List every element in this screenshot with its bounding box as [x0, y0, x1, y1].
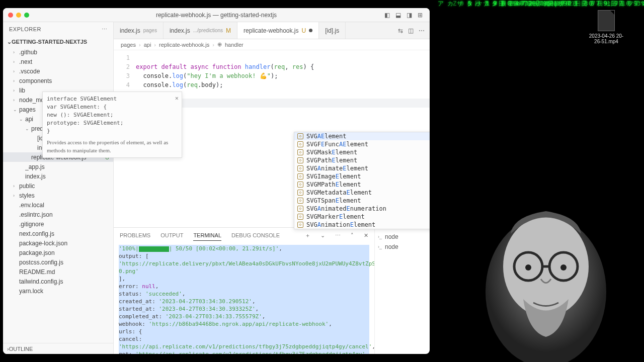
- chevron-right-icon: ›: [154, 42, 156, 48]
- project-header[interactable]: ⌄ GETTING-STARTED-NEXTJS: [3, 36, 113, 47]
- symbol-interface-icon: ◇: [297, 157, 303, 163]
- panel-tabs: PROBLEMSOUTPUTTERMINALDEBUG CONSOLE ＋ ⌄ …: [114, 228, 374, 243]
- suggestion-label: SVGPathElement: [306, 157, 357, 164]
- tree-label: .next: [19, 58, 113, 65]
- file-item[interactable]: .gitignore: [3, 219, 113, 229]
- file-item[interactable]: postcss.config.js: [3, 257, 113, 267]
- compare-changes-icon[interactable]: ⇆: [398, 27, 403, 34]
- maximize-panel-icon[interactable]: ˄: [351, 232, 354, 239]
- suggestion-item[interactable]: ◇SVGAnimateElement: [294, 164, 430, 172]
- suggestion-label: SVGFEFuncAElement: [306, 141, 368, 148]
- tab-more-icon[interactable]: ⋯: [419, 27, 425, 34]
- panel-tab[interactable]: TERMINAL: [193, 230, 221, 241]
- terminal-name: node: [385, 233, 398, 240]
- suggestion-item[interactable]: ◇SVGFEFuncAElement: [294, 140, 430, 148]
- panel-tab[interactable]: OUTPUT: [160, 230, 183, 240]
- suggestion-label: SVGAnimateElement: [306, 165, 368, 172]
- breadcrumb[interactable]: pages›api›replicate-webhook.js›⊕ handler: [114, 39, 430, 50]
- file-item[interactable]: package.json: [3, 248, 113, 257]
- terminal-output[interactable]: '100%|| 50/50 [00:02<00:00, 21.29it/s]',…: [114, 243, 374, 354]
- titlebar[interactable]: replicate-webhook.js — getting-started-n…: [3, 8, 430, 22]
- close-window-button[interactable]: [8, 13, 13, 18]
- folder-item[interactable]: ›public: [3, 181, 113, 191]
- tree-label: next.config.js: [19, 230, 113, 237]
- maximize-window-button[interactable]: [24, 13, 29, 18]
- file-item[interactable]: package-lock.json: [3, 238, 113, 248]
- editor-tab[interactable]: replicate-webhook.jsU: [237, 22, 319, 39]
- breadcrumb-item[interactable]: handler: [225, 42, 244, 48]
- close-panel-icon[interactable]: ✕: [364, 232, 368, 239]
- intellisense-popup[interactable]: ◇SVGAElement◇SVGFEFuncAElement◇SVGMaskEl…: [294, 132, 430, 229]
- file-item[interactable]: .env.local: [3, 200, 113, 210]
- layout-panel-bottom-icon[interactable]: ⬓: [395, 12, 403, 19]
- tree-label: postcss.config.js: [19, 259, 113, 266]
- vscode-window: replicate-webhook.js — getting-started-n…: [3, 8, 430, 354]
- symbol-interface-icon: ◇: [297, 222, 303, 228]
- layout-panel-left-icon[interactable]: ◧: [384, 12, 391, 19]
- terminal-icon: ›_: [378, 234, 382, 239]
- file-item[interactable]: .eslintrc.json: [3, 210, 113, 219]
- split-editor-icon[interactable]: ◫: [408, 27, 414, 34]
- unsaved-indicator-icon: [309, 29, 312, 32]
- explorer-title: EXPLORER: [9, 26, 41, 32]
- close-icon[interactable]: ✕: [175, 94, 179, 102]
- suggestion-item[interactable]: ◇SVGAElement: [294, 132, 430, 140]
- terminal-dropdown-icon[interactable]: ⌄: [320, 232, 325, 239]
- panel-tab[interactable]: PROBLEMS: [120, 230, 150, 240]
- explorer-sidebar: EXPLORER ⋯ ⌄ GETTING-STARTED-NEXTJS ›.gi…: [3, 22, 114, 354]
- folder-item[interactable]: ›.vscode: [3, 66, 113, 76]
- editor-tab[interactable]: [id].js: [319, 22, 346, 39]
- chevron-right-icon: ›: [13, 184, 19, 189]
- outline-label: OUTLINE: [9, 346, 33, 352]
- symbol-interface-icon: ◇: [297, 198, 303, 204]
- explorer-more-icon[interactable]: ⋯: [102, 26, 108, 33]
- suggestion-item[interactable]: ◇SVGMPathElement: [294, 180, 430, 189]
- breadcrumb-item[interactable]: api: [144, 42, 151, 48]
- suggestion-label: SVGMarkerElement: [306, 213, 365, 220]
- file-item[interactable]: _app.js: [3, 162, 113, 171]
- folder-item[interactable]: ›styles: [3, 191, 113, 200]
- file-item[interactable]: yarn.lock: [3, 286, 113, 296]
- suggestion-item[interactable]: ◇SVGMaskElement: [294, 148, 430, 156]
- suggestion-label: SVGImageElement: [306, 173, 361, 180]
- suggestion-item[interactable]: ◇SVGPathElement: [294, 156, 430, 164]
- new-terminal-icon[interactable]: ＋: [305, 232, 310, 239]
- desktop-file[interactable]: 2023-04-26 20-26-51.mp4: [589, 10, 624, 44]
- layout-customize-icon[interactable]: ⊞: [418, 12, 425, 19]
- suggestion-item[interactable]: ◇SVGAnimationElement: [294, 221, 430, 229]
- editor-tab[interactable]: index.js.../predictionsM: [164, 22, 237, 39]
- terminal-instance[interactable]: ›_node: [378, 232, 427, 242]
- suggestion-item[interactable]: ◇SVGMetadataElement: [294, 189, 430, 197]
- breadcrumb-item[interactable]: pages: [121, 42, 136, 48]
- outline-section[interactable]: › OUTLINE: [3, 343, 113, 354]
- file-item[interactable]: index.js: [3, 171, 113, 181]
- folder-item[interactable]: ›components: [3, 76, 113, 85]
- terminal-name: node: [385, 243, 398, 250]
- symbol-interface-icon: ◇: [297, 206, 303, 212]
- tree-label: package-lock.json: [19, 240, 113, 247]
- minimize-window-button[interactable]: [16, 13, 21, 18]
- file-item[interactable]: README.md: [3, 267, 113, 277]
- chevron-right-icon: ›: [13, 98, 19, 103]
- terminal-instance[interactable]: ›_node: [378, 242, 427, 252]
- chevron-down-icon: ⌄: [25, 126, 31, 131]
- symbol-interface-icon: ◇: [297, 165, 303, 171]
- suggestion-item[interactable]: ◇SVGMarkerElement: [294, 213, 430, 221]
- terminal-icon: ›_: [378, 244, 382, 249]
- suggestion-item[interactable]: ◇SVGTSpanElement: [294, 197, 430, 205]
- file-item[interactable]: tailwind.config.js: [3, 277, 113, 286]
- folder-item[interactable]: ›.github: [3, 47, 113, 57]
- chevron-right-icon: ›: [13, 193, 19, 198]
- tab-label: [id].js: [325, 27, 339, 34]
- panel-tab[interactable]: DEBUG CONSOLE: [231, 230, 280, 240]
- suggestion-item[interactable]: ◇SVGAnimatedEnumeration: [294, 205, 430, 213]
- file-item[interactable]: next.config.js: [3, 229, 113, 238]
- folder-item[interactable]: ›.next: [3, 57, 113, 66]
- suggestion-item[interactable]: ◇SVGImageElement: [294, 172, 430, 180]
- layout-panel-right-icon[interactable]: ◨: [407, 12, 414, 19]
- chevron-right-icon: ›: [212, 42, 214, 48]
- terminal-more-icon[interactable]: ⋯: [335, 232, 341, 239]
- chevron-right-icon: ›: [13, 59, 19, 64]
- breadcrumb-item[interactable]: replicate-webhook.js: [159, 42, 209, 48]
- editor-tab[interactable]: index.jspages: [114, 22, 164, 39]
